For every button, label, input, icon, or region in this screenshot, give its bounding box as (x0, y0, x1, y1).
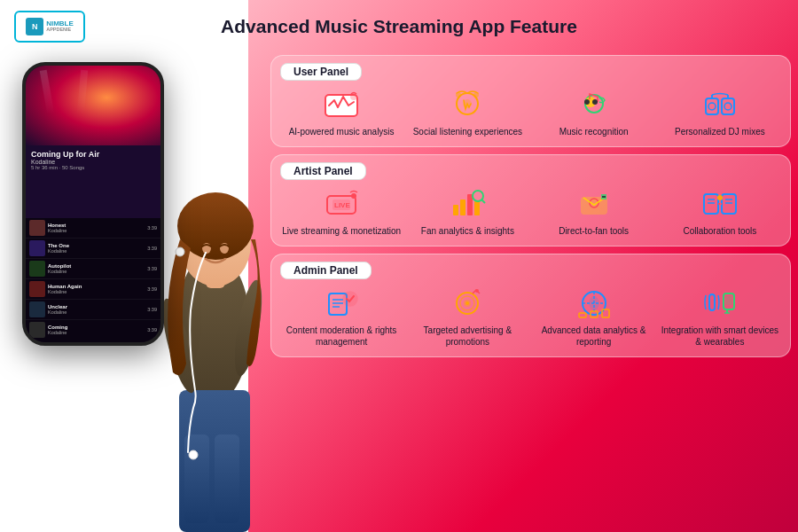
svg-text:LIVE: LIVE (334, 201, 350, 209)
feature-collaboration: Collaboration tools (659, 185, 781, 237)
song-item: The OneKodaline 3:39 (26, 239, 160, 259)
svg-point-25 (708, 103, 716, 110)
content-moderation-label: Content moderation & rights management (280, 325, 403, 348)
song-item: ComingKodaline 3:39 (26, 320, 160, 340)
feature-fan-analytics: Fan analytics & insights (406, 185, 528, 237)
song-item: Human AgainKodaline 3:39 (26, 279, 160, 300)
ai-music-icon (320, 86, 363, 123)
phone-screen: Coming Up for Air Kodaline 5 hr 36 min ·… (26, 66, 160, 342)
svg-rect-65 (725, 296, 732, 305)
personalized-dj-label: Personalized DJ mixes (675, 126, 765, 137)
targeted-advertising-icon (446, 285, 489, 322)
ai-music-label: AI-powered music analysis (289, 126, 395, 137)
logo-icon: N (26, 18, 43, 35)
svg-point-47 (717, 195, 723, 200)
feature-music-recognition: Music recognition (533, 86, 655, 137)
feature-social-listening: Social listening experiences (406, 86, 528, 137)
collaboration-label: Collaboration tools (683, 225, 756, 237)
svg-rect-33 (453, 205, 458, 215)
logo: N NIMBLE APPDENIE (14, 11, 85, 43)
song-item: AutopilotKodaline 3:39 (26, 259, 160, 279)
svg-point-52 (343, 292, 357, 306)
targeted-advertising-label: Targeted advertising & promotions (406, 325, 528, 348)
main-wrapper: N NIMBLE APPDENIE Advanced Music Streami… (0, 0, 798, 532)
feature-targeted-advertising: Targeted advertising & promotions (406, 285, 528, 348)
song-item: UnclearKodaline 3:39 (26, 300, 160, 320)
user-panel-label: User Panel (280, 63, 362, 81)
admin-panel: Admin Panel Content moderation & rights … (270, 254, 791, 357)
collaboration-icon (699, 185, 741, 223)
smart-devices-icon (699, 285, 741, 322)
feature-direct-to-fan: Direct-to-fan tools (533, 185, 655, 237)
admin-panel-label: Admin Panel (280, 262, 372, 279)
svg-rect-24 (722, 98, 734, 114)
logo-text: NIMBLE APPDENIE (46, 20, 74, 33)
artist-panel-features: LIVE Live streaming & monetization Fan a… (280, 185, 781, 237)
svg-point-32 (351, 193, 356, 199)
feature-personalized-dj: Personalized DJ mixes (659, 86, 781, 137)
user-panel-features: AI-powered music analysis Social listeni… (280, 86, 781, 137)
feature-live-streaming: LIVE Live streaming & monetization (280, 185, 403, 237)
admin-panel-features: Content moderation & rights management T… (280, 285, 781, 348)
song-list: HonestKodaline 3:39 The OneKodaline 3:39… (26, 218, 160, 342)
content-area: User Panel AI-powered music analysis Soc… (270, 55, 791, 525)
fan-analytics-icon (446, 185, 489, 223)
feature-advanced-analytics: Advanced data analytics & reporting (533, 285, 655, 348)
svg-line-38 (481, 200, 485, 203)
advanced-analytics-label: Advanced data analytics & reporting (533, 325, 655, 348)
direct-to-fan-icon (573, 185, 615, 223)
now-playing: Coming Up for Air Kodaline 5 hr 36 min ·… (31, 150, 155, 170)
svg-point-21 (584, 99, 590, 105)
svg-point-18 (456, 92, 461, 98)
svg-rect-41 (704, 194, 718, 214)
feature-smart-devices: Integration with smart devices & wearabl… (659, 285, 781, 348)
social-listening-icon (446, 86, 489, 123)
svg-rect-35 (467, 194, 473, 215)
phone-mockup: Coming Up for Air Kodaline 5 hr 36 min ·… (22, 62, 164, 346)
svg-point-22 (592, 99, 598, 105)
feature-content-moderation: Content moderation & rights management (280, 285, 403, 348)
user-panel: User Panel AI-powered music analysis Soc… (270, 55, 791, 147)
song-item: HonestKodaline 3:39 (26, 218, 160, 239)
social-listening-label: Social listening experiences (413, 126, 522, 137)
svg-rect-3 (215, 434, 239, 523)
svg-rect-61 (579, 313, 586, 317)
personalized-dj-icon (699, 86, 741, 123)
fan-analytics-label: Fan analytics & insights (421, 225, 514, 237)
svg-rect-42 (722, 194, 736, 214)
svg-point-11 (189, 450, 198, 459)
svg-point-57 (475, 289, 479, 293)
live-streaming-icon: LIVE (320, 185, 363, 223)
content-moderation-icon (320, 285, 363, 322)
svg-rect-39 (582, 198, 606, 214)
music-recognition-label: Music recognition (559, 126, 629, 137)
direct-to-fan-label: Direct-to-fan tools (559, 225, 629, 237)
smart-devices-label: Integration with smart devices & wearabl… (659, 325, 781, 348)
live-streaming-label: Live streaming & monetization (282, 225, 401, 237)
advanced-analytics-icon (573, 285, 615, 322)
svg-point-26 (724, 103, 732, 110)
artist-panel: Artist Panel LIVE Live streaming & monet… (270, 154, 791, 246)
page-title: Advanced Music Streaming App Feature (0, 16, 798, 37)
svg-point-17 (473, 92, 479, 98)
feature-ai-music: AI-powered music analysis (280, 86, 403, 137)
svg-rect-36 (474, 201, 480, 215)
svg-point-56 (466, 301, 469, 305)
music-recognition-icon (573, 86, 615, 123)
svg-rect-23 (706, 98, 718, 114)
svg-point-12 (176, 247, 184, 256)
artist-panel-label: Artist Panel (280, 162, 366, 180)
svg-rect-34 (460, 200, 466, 215)
